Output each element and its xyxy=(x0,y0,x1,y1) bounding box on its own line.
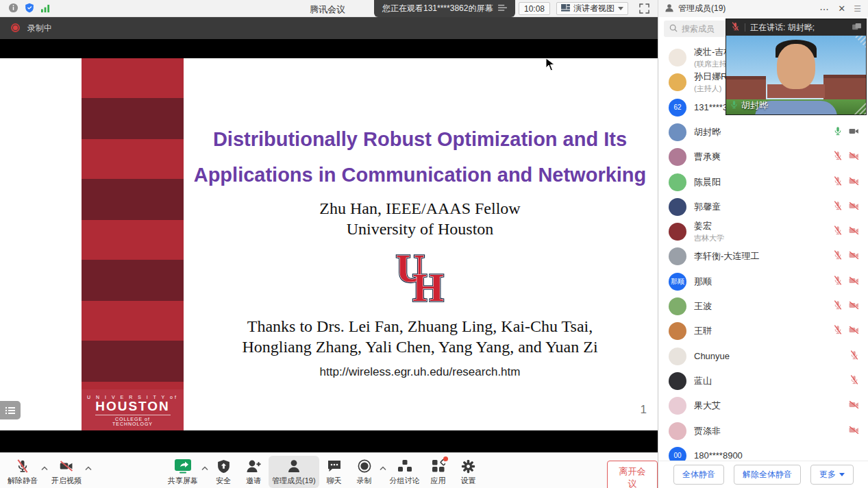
more-options-icon[interactable]: ⋯ xyxy=(819,3,830,14)
slide-acknowledgements: Thanks to Drs. Lei Fan, Zhuang Ling, Kai… xyxy=(185,316,655,357)
mute-all-button[interactable]: 全体静音 xyxy=(673,465,724,485)
member-row[interactable]: 郭馨童 xyxy=(658,195,868,219)
members-icon xyxy=(287,458,301,474)
uh-logo: U H U H xyxy=(185,246,655,312)
toolbar-chat[interactable]: 聊天 xyxy=(319,456,349,488)
member-name: 姜宏 xyxy=(694,220,833,232)
camera-off-icon[interactable] xyxy=(849,300,859,313)
more-button[interactable]: 更多 xyxy=(810,465,854,485)
speaking-now-label: 正在讲话: 胡封晔; xyxy=(750,22,815,34)
network-signal-icon[interactable] xyxy=(40,3,51,16)
leave-meeting-button[interactable]: 离开会议 xyxy=(607,461,658,488)
member-row[interactable]: 蓝山 xyxy=(658,369,868,393)
member-row[interactable]: 陈晨阳 xyxy=(658,170,868,195)
search-icon xyxy=(669,23,678,35)
member-row[interactable]: 王波 xyxy=(658,294,868,319)
muted-mic-icon[interactable] xyxy=(833,250,843,263)
camera-off-icon[interactable] xyxy=(849,151,859,163)
speaker-video[interactable]: 胡封晔 xyxy=(726,36,866,114)
toolbar-share[interactable]: 共享屏幕 xyxy=(164,456,201,488)
camera-off-icon[interactable] xyxy=(849,400,859,412)
speaker-video-overlay[interactable]: 正在讲话: 胡封晔; 胡封晔 xyxy=(726,19,866,114)
banner-menu-icon[interactable] xyxy=(498,4,507,14)
avatar xyxy=(669,123,686,141)
view-mode-selector[interactable]: 演讲者视图 xyxy=(556,2,628,15)
shield-icon[interactable] xyxy=(25,3,34,16)
toolbar-mic[interactable]: 解除静音 xyxy=(4,456,41,488)
avatar xyxy=(669,49,686,66)
member-row[interactable]: 胡封晔 xyxy=(658,120,868,145)
camera-off-icon[interactable] xyxy=(849,201,859,213)
avatar: 62 xyxy=(669,99,686,117)
chevron-up-icon[interactable] xyxy=(201,461,208,474)
member-row[interactable]: 姜宏吉林大学 xyxy=(658,219,868,244)
mouse-cursor xyxy=(545,58,555,74)
active-mic-icon xyxy=(730,100,739,111)
meeting-toolbar: 解除静音开启视频 共享屏幕安全邀请管理成员(19)聊天录制分组讨论应用设置 离开… xyxy=(0,452,658,488)
chevron-up-icon[interactable] xyxy=(380,461,386,474)
muted-mic-icon[interactable] xyxy=(850,350,859,363)
recording-icon xyxy=(11,23,20,32)
shared-screen-stage: U N I V E R S I T Y of HOUSTON COLLEGE o… xyxy=(0,39,658,452)
chevron-up-icon[interactable] xyxy=(85,461,92,474)
muted-mic-icon[interactable] xyxy=(833,201,843,213)
close-icon[interactable]: ✕ xyxy=(838,3,845,14)
member-row[interactable]: 李轩衡-大连理工 xyxy=(658,244,868,269)
camera-on-icon[interactable] xyxy=(849,126,859,138)
muted-mic-icon[interactable] xyxy=(833,276,843,288)
member-name: 180****8900 xyxy=(694,450,859,461)
thumbnail-panel-toggle[interactable] xyxy=(0,401,21,419)
camera-off-icon[interactable] xyxy=(849,325,859,337)
muted-mic-icon[interactable] xyxy=(833,300,843,313)
muted-mic-icon[interactable] xyxy=(833,225,843,238)
member-name: 那顺 xyxy=(694,276,833,288)
muted-mic-icon[interactable] xyxy=(850,375,859,387)
members-panel-footer: 全体静音解除全体静音更多 xyxy=(658,461,868,488)
member-row[interactable]: 曹承爽 xyxy=(658,145,868,169)
member-row[interactable]: 王聠 xyxy=(658,319,868,343)
video-layout-icon[interactable] xyxy=(852,21,861,34)
members-panel-header: 管理成员(19) ⋯ ✕ ☰ xyxy=(658,0,868,17)
share-icon xyxy=(174,458,192,474)
toolbar-members[interactable]: 管理成员(19) xyxy=(269,456,319,488)
member-row[interactable]: 那顺那顺 xyxy=(658,269,868,294)
unmute-all-button[interactable]: 解除全体静音 xyxy=(734,465,801,485)
member-row[interactable]: 00180****8900 xyxy=(658,443,868,461)
meeting-window: 腾讯会议 您正在观看131****3862的屏幕 10:08 演讲者视图 管理成… xyxy=(0,0,868,488)
active-mic-icon[interactable] xyxy=(833,126,843,138)
muted-mic-icon[interactable] xyxy=(833,151,843,163)
camera-off-icon[interactable] xyxy=(849,425,859,437)
member-row[interactable]: Chunyue xyxy=(658,344,868,369)
toolbar-breakout[interactable]: 分组讨论 xyxy=(386,456,423,488)
avatar xyxy=(669,198,686,216)
camera-off-icon[interactable] xyxy=(849,225,859,238)
panel-handle-icon[interactable]: ☰ xyxy=(854,4,861,14)
toolbar-invite[interactable]: 邀请 xyxy=(238,456,269,488)
camera-off-icon[interactable] xyxy=(849,176,859,188)
camera-off-icon[interactable] xyxy=(849,250,859,263)
svg-text:H: H xyxy=(412,265,443,309)
toolbar-apps[interactable]: 应用 xyxy=(423,456,454,488)
muted-mic-icon[interactable] xyxy=(833,325,843,337)
fullscreen-icon[interactable] xyxy=(639,3,649,16)
camera-off-icon[interactable] xyxy=(849,276,859,288)
muted-mic-icon[interactable] xyxy=(833,176,843,188)
info-icon[interactable] xyxy=(8,3,18,16)
toolbar-camera[interactable]: 开启视频 xyxy=(48,456,85,488)
chevron-up-icon[interactable] xyxy=(41,461,48,474)
member-row[interactable]: 贾涤非 xyxy=(658,419,868,443)
toolbar-label: 设置 xyxy=(461,476,476,486)
member-name: 蓝山 xyxy=(694,375,850,387)
top-bar: 腾讯会议 您正在观看131****3862的屏幕 10:08 演讲者视图 管理成… xyxy=(0,0,868,17)
toolbar-security[interactable]: 安全 xyxy=(208,456,238,488)
toolbar-label: 分组讨论 xyxy=(390,476,420,486)
chevron-down-icon xyxy=(618,7,623,10)
chat-icon xyxy=(327,458,342,474)
member-row[interactable]: 果大艾 xyxy=(658,393,868,418)
toolbar-record[interactable]: 录制 xyxy=(349,456,380,488)
settings-icon xyxy=(461,458,475,474)
member-icon xyxy=(665,3,674,15)
toolbar-settings[interactable]: 设置 xyxy=(454,456,484,488)
member-name: 陈晨阳 xyxy=(694,176,833,188)
avatar xyxy=(669,297,686,315)
